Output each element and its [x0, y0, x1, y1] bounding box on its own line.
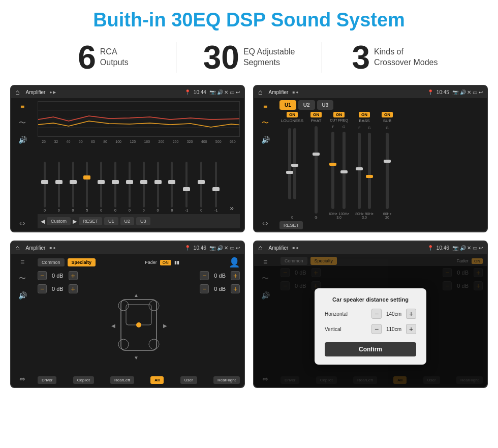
eq-track-9[interactable] [157, 162, 159, 207]
eq-track-11[interactable] [185, 162, 188, 207]
eq-track-2[interactable] [58, 162, 60, 207]
stat-number-eq: 30 [203, 41, 239, 74]
eq-prev-btn[interactable]: ◀ [41, 218, 45, 225]
fader-common-tab[interactable]: Common [38, 258, 65, 266]
cross-icon-sliders[interactable]: ≡ [263, 102, 267, 110]
fader-content: − 0 dB + − 0 dB + [38, 271, 240, 373]
cross-controls: ON LOUDNESS 0 ON PHAT G [279, 112, 484, 219]
fader-icon-arrows[interactable]: ⇔ [19, 375, 25, 383]
eq-track-13[interactable] [215, 162, 217, 207]
dialog-confirm-btn[interactable]: Confirm [325, 342, 416, 356]
fader-bottom: Driver Copilot RearLeft All User RearRig… [38, 376, 240, 384]
eq-slider-10: 0 [171, 162, 173, 212]
horizontal-value: 140cm [384, 311, 404, 317]
eq-graph-svg [38, 102, 239, 136]
eq-slider-6: 0 [114, 162, 116, 212]
cross-u1-btn[interactable]: U1 [279, 100, 296, 110]
eq-slider-7: 0 [129, 162, 131, 212]
fader-rearleft-btn[interactable]: RearLeft [110, 376, 134, 384]
eq-u1-btn[interactable]: U1 [104, 217, 118, 225]
fader-specialty-tab[interactable]: Specialty [68, 258, 96, 266]
eq-track-10[interactable] [171, 162, 173, 207]
eq-icon-sliders[interactable]: ≡ [20, 102, 24, 110]
eq-slider-expand[interactable]: » [230, 204, 234, 212]
cross-icon-speaker[interactable]: 🔊 [261, 136, 270, 144]
cross-icon-wave[interactable]: 〜 [262, 118, 269, 128]
phat-label: PHAT [311, 118, 322, 123]
fader-minus-fl[interactable]: − [38, 271, 47, 280]
fader-plus-fr[interactable]: + [231, 271, 240, 280]
vertical-minus[interactable]: − [371, 324, 382, 334]
home-icon-fader[interactable]: ⌂ [15, 244, 19, 252]
eq-icon-arrows[interactable]: ⇔ [19, 219, 25, 227]
fader-icon-sliders[interactable]: ≡ [20, 258, 24, 266]
fader-plus-rr[interactable]: + [231, 284, 240, 293]
eq-u3-btn[interactable]: U3 [136, 217, 150, 225]
fader-all-btn[interactable]: All [150, 376, 164, 384]
cutfreq-on: ON [333, 112, 345, 117]
fader-minus-rl[interactable]: − [38, 284, 47, 293]
cross-u3-btn[interactable]: U3 [317, 100, 334, 110]
stat-text-cross-1: Kinds of [374, 47, 438, 57]
svg-text:◀: ◀ [111, 323, 115, 328]
horizontal-minus[interactable]: − [371, 309, 382, 319]
fader-minus-rr[interactable]: − [200, 284, 209, 293]
stat-text-eq-1: EQ Adjustable [243, 47, 295, 57]
fader-driver-btn[interactable]: Driver [38, 376, 56, 384]
fader-body: ≡ 〜 🔊 ⇔ Common Specialty Fader ON ▮▮ 👤 [11, 254, 244, 387]
home-icon[interactable]: ⌂ [15, 88, 19, 96]
eq-play-btn[interactable]: ▶ [73, 218, 77, 225]
fader-screen-card: ⌂ Amplifier ■ ● 📍 10:46 📷 🔊 ✕ ▭ ↩ ≡ 〜 🔊 … [10, 241, 245, 388]
fader-level-fr: − 0 dB + [200, 271, 240, 280]
eq-icon-wave[interactable]: 〜 [19, 118, 26, 128]
eq-track-1[interactable] [44, 162, 46, 207]
fader-on-row: Fader ON ▮▮ [145, 260, 179, 265]
fader-user-btn[interactable]: User [180, 376, 197, 384]
dialog-bg: ≡ 〜 🔊 ⇔ Common Specialty Fader ON [254, 254, 487, 387]
home-icon-dialog[interactable]: ⌂ [258, 244, 262, 252]
cross-u2-btn[interactable]: U2 [298, 100, 315, 110]
topbar-right-cross: 📍 10:45 📷 🔊 ✕ ▭ ↩ [427, 89, 483, 95]
fader-icon-speaker[interactable]: 🔊 [18, 291, 27, 300]
cross-topbar: ⌂ Amplifier ■ ● 📍 10:45 📷 🔊 ✕ ▭ ↩ [254, 86, 487, 98]
cross-icon-arrows[interactable]: ⇔ [262, 219, 268, 227]
fader-copilot-btn[interactable]: Copilot [73, 376, 94, 384]
home-icon-cross[interactable]: ⌂ [258, 88, 262, 96]
crossover-screen-card: ⌂ Amplifier ■ ● 📍 10:45 📷 🔊 ✕ ▭ ↩ ≡ 〜 🔊 … [253, 85, 488, 232]
horizontal-plus[interactable]: + [406, 309, 416, 319]
vertical-plus[interactable]: + [406, 324, 416, 334]
eq-track-8[interactable] [143, 162, 145, 207]
eq-preset-btn[interactable]: Custom [47, 217, 71, 225]
svg-point-7 [149, 301, 159, 311]
fader-user-icon[interactable]: 👤 [229, 257, 240, 268]
stats-row: 6 RCA Outputs 30 EQ Adjustable Segments … [0, 36, 498, 81]
fader-levels-left: − 0 dB + − 0 dB + [38, 271, 78, 373]
fader-level-rr: − 0 dB + [200, 284, 240, 293]
freq-labels: 2532 4050 6380 100125 160200 250320 4005… [38, 140, 240, 143]
fader-minus-fr[interactable]: − [200, 271, 209, 280]
eq-track-3[interactable] [72, 162, 74, 207]
bass-on: ON [359, 112, 370, 117]
fader-topbar: ⌂ Amplifier ■ ● 📍 10:46 📷 🔊 ✕ ▭ ↩ [11, 242, 244, 254]
eq-slider-13: -1 [214, 162, 217, 212]
eq-slider-11: -1 [185, 162, 188, 212]
fader-plus-rl[interactable]: + [69, 284, 78, 293]
stat-eq: 30 EQ Adjustable Segments [176, 41, 322, 74]
fader-plus-fl[interactable]: + [69, 271, 78, 280]
eq-u2-btn[interactable]: U2 [120, 217, 135, 225]
eq-track-7[interactable] [129, 162, 131, 207]
cross-reset-btn[interactable]: RESET [279, 221, 303, 229]
dialog-vertical-row: Vertical − 110cm + [325, 324, 416, 334]
eq-reset-btn[interactable]: RESET [79, 217, 102, 225]
bass-col: ON BASS F 80Hz G 90Hz [353, 112, 376, 219]
eq-track-6[interactable] [114, 162, 116, 207]
fader-icon-wave[interactable]: 〜 [19, 274, 26, 283]
location-icon-fader: 📍 [184, 245, 191, 251]
eq-track-12[interactable] [200, 162, 202, 207]
stat-number-rca: 6 [78, 41, 96, 74]
cutfreq-sliders: F 60Hz G 100Hz [329, 125, 349, 216]
fader-rearright-btn[interactable]: RearRight [213, 376, 240, 384]
eq-icon-speaker[interactable]: 🔊 [18, 136, 27, 144]
eq-track-4[interactable] [86, 162, 88, 207]
eq-track-5[interactable] [100, 162, 102, 207]
